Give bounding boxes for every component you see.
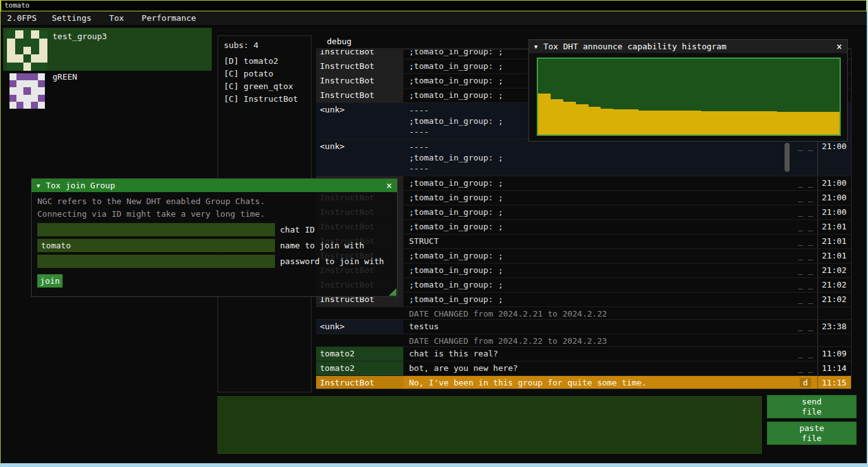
avatar-pixel xyxy=(23,63,32,71)
avatar-pixel xyxy=(16,73,23,80)
message-text: ;tomato_in_group: ; xyxy=(403,264,793,277)
message-row[interactable]: <unk>----;tomato_in_group: ;----_ _21:00 xyxy=(316,140,851,176)
avatar-pixel xyxy=(31,63,39,71)
avatar-pixel xyxy=(23,30,32,39)
message-row[interactable]: <unk>testus_ _23:38 xyxy=(316,320,851,334)
collapse-icon[interactable]: ▼ xyxy=(37,181,40,191)
message-time: 21:01 xyxy=(817,249,852,263)
message-row[interactable]: tomato2chat is this real?_ _11:09 xyxy=(316,347,851,361)
avatar-pixel xyxy=(7,63,15,71)
avatar-pixel xyxy=(38,73,45,80)
date-separator-row[interactable]: DATE CHANGED from 2024.2.22 to 2024.2.23 xyxy=(316,334,851,347)
message-status: _ _ xyxy=(793,191,817,205)
avatar-pixel xyxy=(9,95,16,102)
histogram-bar xyxy=(689,111,702,135)
histogram-bar xyxy=(601,109,613,135)
message-row[interactable]: tomato2bot, are you new here?_ _11:14 xyxy=(316,361,851,376)
avatar-pixel xyxy=(31,39,39,47)
message-status: _ _ xyxy=(793,361,817,375)
fps-indicator: 2.0FPS xyxy=(1,11,43,25)
date-separator-row[interactable]: DATE CHANGED from 2024.2.21 to 2024.2.22 xyxy=(316,307,851,320)
paste-file-line1: paste xyxy=(799,423,824,434)
avatar-pixel xyxy=(31,54,39,63)
message-author: tomato2 xyxy=(316,347,403,361)
message-time: 21:02 xyxy=(817,293,852,306)
menu-item-settings[interactable]: Settings xyxy=(43,11,101,25)
avatar-pixel xyxy=(7,30,15,39)
avatar-pixel xyxy=(9,102,16,109)
tab-debug[interactable]: debug xyxy=(316,35,359,48)
resize-grip-icon[interactable] xyxy=(389,288,396,296)
message-author xyxy=(316,334,403,346)
avatar-pixel xyxy=(38,95,45,102)
sub-item[interactable]: [C] green_qtox xyxy=(218,82,311,94)
message-author: InstructBot xyxy=(316,88,403,102)
message-status: _ _ xyxy=(793,140,817,176)
password-to-join-with-input[interactable] xyxy=(37,255,275,268)
group-avatar xyxy=(7,30,47,71)
message-status: _ _ xyxy=(793,320,817,334)
message-row[interactable]: InstructBotNo, I've been in this group f… xyxy=(316,376,851,389)
message-status xyxy=(793,307,817,319)
avatar-pixel xyxy=(38,102,45,109)
avatar-pixel xyxy=(23,73,30,80)
avatar-pixel xyxy=(31,80,38,87)
avatar-pixel xyxy=(31,47,39,55)
sub-item[interactable]: [C] InstructBot xyxy=(218,94,311,107)
join-window-titlebar[interactable]: ▼ Tox join Group × xyxy=(32,179,397,192)
paste-file-button[interactable]: paste file xyxy=(767,422,857,445)
chat-ID-input[interactable] xyxy=(37,223,275,236)
message-time: 11:14 xyxy=(817,361,852,375)
histogram-bar xyxy=(790,112,802,135)
histogram-bar xyxy=(726,111,739,135)
histogram-plot xyxy=(537,58,841,136)
avatar-pixel xyxy=(39,47,47,55)
field-label: name to join with xyxy=(280,241,364,251)
message-status xyxy=(793,334,817,346)
avatar-pixel xyxy=(23,95,30,102)
sub-item[interactable]: [C] potato xyxy=(218,69,311,82)
subs-header: subs: 4 xyxy=(218,36,311,56)
os-titlebar[interactable]: tomato xyxy=(1,0,867,11)
histogram-bar xyxy=(551,99,563,135)
message-text: STRUCT xyxy=(403,234,793,248)
message-time xyxy=(817,334,852,346)
sub-item[interactable]: [D] tomato2 xyxy=(218,56,311,69)
chat-scrollbar-thumb[interactable] xyxy=(785,143,790,172)
close-icon[interactable]: × xyxy=(381,181,392,191)
field-row: password to join with xyxy=(37,255,391,268)
avatar-pixel xyxy=(39,30,47,39)
message-author: InstructBot xyxy=(316,50,403,59)
histogram-bar xyxy=(739,111,752,135)
message-text: ;tomato_in_group: ; xyxy=(403,293,793,306)
menu-item-tox[interactable]: Tox xyxy=(101,11,133,25)
message-text: testus xyxy=(403,320,793,334)
name-to-join-with-input[interactable] xyxy=(37,239,275,252)
message-time: 21:02 xyxy=(817,278,852,292)
avatar-pixel xyxy=(23,80,30,87)
histogram-bar xyxy=(752,111,764,135)
send-file-button[interactable]: send file xyxy=(767,395,857,418)
histogram-bar xyxy=(576,104,589,135)
close-icon[interactable]: × xyxy=(831,42,842,52)
message-author: InstructBot xyxy=(316,376,403,389)
avatar-pixel xyxy=(9,80,16,87)
message-author: InstructBot xyxy=(316,59,403,73)
message-time: 21:01 xyxy=(817,220,852,234)
message-time: 21:01 xyxy=(817,234,852,248)
message-text: ;tomato_in_group: ; xyxy=(403,249,793,263)
message-input[interactable] xyxy=(217,396,762,454)
sidebar-item-green[interactable]: gREEN xyxy=(3,71,212,111)
message-status: _ _ xyxy=(793,293,817,306)
message-author xyxy=(316,307,403,319)
avatar-pixel xyxy=(39,39,47,47)
sidebar-item-test_group3[interactable]: test_group3 xyxy=(3,28,212,71)
histogram-window-titlebar[interactable]: ▼ Tox DHT announce capability histogram … xyxy=(529,40,847,53)
join-button[interactable]: join xyxy=(37,274,63,288)
menu-item-performance[interactable]: Performance xyxy=(133,11,205,25)
collapse-icon[interactable]: ▼ xyxy=(534,42,537,52)
histogram-bar xyxy=(777,112,790,135)
message-text: DATE CHANGED from 2024.2.22 to 2024.2.23 xyxy=(403,334,793,346)
histogram-bar xyxy=(639,111,651,135)
message-text: bot, are you new here? xyxy=(403,361,793,375)
